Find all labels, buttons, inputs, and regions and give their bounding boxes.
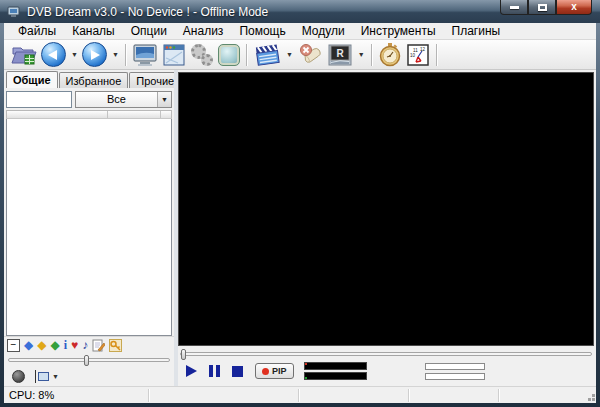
video-display[interactable] [178,72,594,346]
status-bar: CPU: 8% [4,386,596,403]
menu-options[interactable]: Опции [123,23,175,39]
volume-track[interactable] [8,358,170,362]
minimize-button[interactable] [500,0,528,15]
stopwatch-icon [378,42,402,68]
next-channel-dropdown[interactable]: ▼ [109,41,121,69]
resize-grip[interactable] [592,398,595,401]
chevron-down-icon[interactable]: ▼ [157,92,171,107]
seek-bar[interactable] [178,346,596,359]
fullscreen-button[interactable] [130,41,160,69]
channel-filter-dropdown[interactable]: Все ▼ [75,91,172,108]
svg-text:10: 10 [410,53,416,58]
diamond-blue-icon[interactable]: ◆ [24,339,33,352]
chevron-down-icon: ▼ [52,373,59,380]
toolbar-separator [436,44,437,66]
audio-track-selector[interactable]: ▼ [35,370,59,383]
open-channel-list-button[interactable] [9,41,39,69]
signal-quality-bars [425,363,485,380]
svg-text:12: 12 [420,47,426,52]
audio-bar: ▼ [4,366,174,386]
flag-icon [35,370,36,383]
channel-window-icon [162,43,186,67]
menu-bar: Файлы Каналы Опции Анализ Помощь Модули … [4,23,596,40]
clapperboard-icon [253,43,281,67]
tab-general[interactable]: Общие [6,71,58,88]
volume-thumb[interactable] [84,355,89,366]
toolbar-separator [246,44,247,66]
menu-help[interactable]: Помощь [231,23,293,39]
previous-channel-button[interactable] [39,41,68,69]
video-mode-button[interactable] [251,41,283,69]
next-channel-button[interactable] [80,41,109,69]
record-dot-icon [262,368,269,375]
channel-tabs: Общие Избранное Прочие [4,70,174,88]
delete-button[interactable] [295,41,325,69]
previous-arrow-icon [41,42,66,67]
diamond-gold-icon[interactable]: ◆ [37,339,46,352]
diamond-green-icon[interactable]: ◆ [50,339,59,352]
audio-note-icon[interactable]: ♪ [82,339,88,352]
volume-slider[interactable] [4,353,174,366]
playback-controls: PIP [178,359,596,383]
maximize-button[interactable] [528,0,556,15]
edit-page-icon[interactable] [92,339,105,352]
signal-level-bars [304,362,367,380]
stop-button[interactable] [232,366,243,377]
video-mode-dropdown[interactable]: ▼ [283,41,295,69]
record-button[interactable]: R [325,41,355,69]
toolbar-separator [125,44,126,66]
stopwatch-button[interactable] [376,41,404,69]
app-window: DVB Dream v3.0 - No Device ! - Offline M… [0,0,600,407]
monitor-icon [132,43,158,67]
app-icon [6,5,22,19]
favorite-heart-icon[interactable]: ♥ [71,339,78,352]
settings-button[interactable] [188,41,216,69]
pip-button[interactable]: PIP [255,363,294,379]
channel-list[interactable] [6,119,172,336]
channel-filter-bar: − ◆ ◆ ◆ i ♥ ♪ [4,336,174,353]
mute-icon[interactable] [12,370,25,383]
eraser-icon [297,43,323,67]
pause-button[interactable] [209,365,220,377]
toolbar: ▼ ▼ [4,40,596,70]
channel-window-button[interactable] [160,41,188,69]
key-icon[interactable] [109,339,122,352]
channel-panel: Общие Избранное Прочие Все ▼ [4,70,174,386]
menu-plugins[interactable]: Плагины [444,23,509,39]
channel-list-header [6,110,172,119]
window-title: DVB Dream v3.0 - No Device ! - Offline M… [27,5,268,19]
gears-icon [190,43,214,67]
tab-favorites[interactable]: Избранное [59,72,129,88]
glassy-square-icon [218,44,240,66]
svg-text:R: R [336,47,344,58]
previous-channel-dropdown[interactable]: ▼ [68,41,80,69]
filter-value: Все [76,93,157,105]
menu-analysis[interactable]: Анализ [175,23,232,39]
skin-button[interactable] [216,41,242,69]
seek-thumb[interactable] [181,349,186,360]
scheduler-clock-icon: 11 12 10 [406,43,430,67]
cpu-usage: CPU: 8% [4,389,149,402]
close-button[interactable]: x [556,0,592,15]
play-button[interactable] [186,365,197,377]
collapse-minus-button[interactable]: − [7,339,20,352]
channel-search-input[interactable] [6,91,72,108]
record-icon: R [327,43,353,67]
record-dropdown[interactable]: ▼ [355,41,367,69]
pip-label: PIP [272,366,287,376]
titlebar[interactable]: DVB Dream v3.0 - No Device ! - Offline M… [0,0,600,23]
toolbar-separator [371,44,372,66]
next-arrow-icon [82,42,107,67]
menu-modules[interactable]: Модули [294,23,353,39]
info-icon[interactable]: i [64,339,67,352]
menu-tools[interactable]: Инструменты [353,23,444,39]
menu-channels[interactable]: Каналы [64,23,123,39]
menu-files[interactable]: Файлы [10,23,64,39]
open-folder-icon [11,44,37,66]
scheduler-button[interactable]: 11 12 10 [404,41,432,69]
seek-track[interactable] [180,352,592,356]
